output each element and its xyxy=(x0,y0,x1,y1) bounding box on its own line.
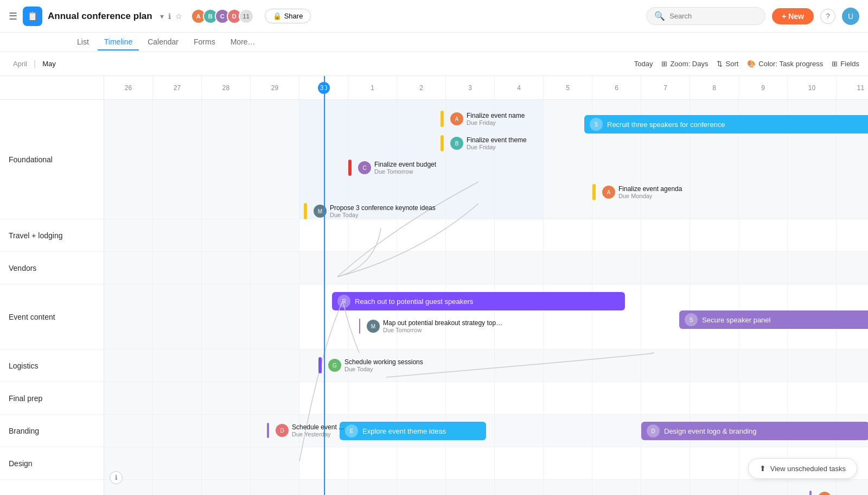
color-icon: 🎨 xyxy=(747,60,756,68)
color-button[interactable]: 🎨 Color: Task progress xyxy=(747,60,823,68)
text-finalize-event-agenda: Finalize event agenda Due Monday xyxy=(618,185,682,199)
avatar-finalize-event-theme: B xyxy=(450,137,463,150)
zoom-icon: ⊞ xyxy=(661,60,667,68)
timeline-grid: 26 27 28 29 30 1 2 3 4 5 6 7 8 9 10 11 xyxy=(104,76,868,495)
text-map-breakout: Map out potential breakout strategy top…… xyxy=(383,319,502,333)
card-finalize-event-agenda: A Finalize event agenda Due Monday xyxy=(599,184,685,200)
toolbar-right: Today ⊞ Zoom: Days ⇅ Sort 🎨 Color: Task … xyxy=(634,60,859,68)
task-secure-speaker[interactable]: S Secure speaker panel xyxy=(679,310,868,329)
task-finalize-event-budget[interactable]: C Finalize event budget Due Tomorrow xyxy=(348,160,439,176)
date-6: 6 xyxy=(592,76,641,99)
sidebar-item-branding: Branding xyxy=(0,415,104,447)
date-1: 1 xyxy=(348,76,397,99)
pin-finalize-event-budget xyxy=(348,160,352,176)
sidebar-item-final-prep: Final prep xyxy=(0,382,104,415)
date-30: 30 xyxy=(299,76,348,99)
date-8: 8 xyxy=(690,76,739,99)
hamburger-icon[interactable]: ☰ xyxy=(9,10,17,22)
toolbar-left: April | May xyxy=(9,59,60,69)
task-map-breakout[interactable]: M Map out potential breakout strategy to… xyxy=(359,318,506,334)
sidebar-item-logistics: Logistics xyxy=(0,350,104,382)
timeline-toolbar: April | May Today ⊞ Zoom: Days ⇅ Sort 🎨 … xyxy=(0,52,868,76)
task-finalize-event-agenda[interactable]: A Finalize event agenda Due Monday xyxy=(592,184,685,200)
unscheduled-tasks-button[interactable]: ⬆ View unscheduled tasks xyxy=(748,458,857,479)
task-finalize-event-name[interactable]: A Finalize event name Due Friday xyxy=(441,111,528,127)
sidebar-item-promotion: Promotion xyxy=(0,480,104,495)
date-2: 2 xyxy=(397,76,446,99)
task-design-logo[interactable]: D Design event logo & branding xyxy=(641,422,868,440)
title-actions: ▾ ℹ ☆ xyxy=(160,12,182,21)
sub-nav: List Timeline Calendar Forms More… xyxy=(0,33,868,52)
card-finalize-event-theme: B Finalize event theme Due Friday xyxy=(447,135,530,151)
tab-forms[interactable]: Forms xyxy=(187,34,222,50)
date-11: 11 xyxy=(837,76,868,99)
today-button[interactable]: Today xyxy=(634,60,653,68)
text-finalize-event-budget: Finalize event budget Due Tomorrow xyxy=(374,161,436,175)
avatar-finalize-event-name: A xyxy=(450,112,463,125)
sidebar-item-vendors: Vendors xyxy=(0,252,104,284)
task-schedule-event[interactable]: D Schedule event ... Due Yesterday xyxy=(267,422,347,439)
star-icon[interactable]: ☆ xyxy=(175,12,182,21)
fields-icon: ⊞ xyxy=(832,60,838,68)
app-icon: 📋 xyxy=(23,7,42,26)
avatar-send-save: A xyxy=(818,492,831,495)
april-label: April xyxy=(9,60,31,68)
date-5: 5 xyxy=(544,76,592,99)
share-button[interactable]: 🔒 Share xyxy=(265,9,311,23)
avatar-reach-out: R xyxy=(337,295,350,308)
task-finalize-event-theme[interactable]: B Finalize event theme Due Friday xyxy=(441,135,530,151)
row-branding: D Schedule event ... Due Yesterday E Exp… xyxy=(104,415,868,447)
search-icon: 🔍 xyxy=(654,11,665,21)
pin-schedule-sessions xyxy=(318,357,322,373)
zoom-button[interactable]: ⊞ Zoom: Days xyxy=(661,60,708,68)
tab-list[interactable]: List xyxy=(71,34,95,50)
search-input[interactable] xyxy=(669,12,756,20)
task-send-save[interactable]: A Send save the da... xyxy=(809,491,868,495)
avatar-design-logo: D xyxy=(647,424,660,437)
fields-button[interactable]: ⊞ Fields xyxy=(832,60,859,68)
lock-icon: 🔒 xyxy=(273,12,282,20)
dropdown-icon[interactable]: ▾ xyxy=(160,12,164,21)
sidebar-header xyxy=(0,76,104,100)
task-explore-theme[interactable]: E Explore event theme ideas xyxy=(340,422,486,440)
avatar-finalize-event-agenda: A xyxy=(602,186,615,199)
avatar-map-breakout: M xyxy=(367,320,380,333)
nav-right: 🔍 + New ? U xyxy=(646,7,859,25)
project-title: Annual conference plan xyxy=(48,11,152,22)
task-reach-out-speakers[interactable]: R Reach out to potential guest speakers xyxy=(332,292,625,310)
sidebar: Foundational Travel + lodging Vendors Ev… xyxy=(0,76,104,495)
row-event-content: R Reach out to potential guest speakers … xyxy=(104,284,868,350)
sidebar-item-design: Design xyxy=(0,447,104,480)
dates-row: 26 27 28 29 30 1 2 3 4 5 6 7 8 9 10 11 xyxy=(104,76,868,100)
user-avatar[interactable]: U xyxy=(842,8,859,25)
date-7: 7 xyxy=(641,76,690,99)
task-schedule-sessions[interactable]: G Schedule working sessions Due Today xyxy=(318,357,426,373)
new-button[interactable]: + New xyxy=(772,8,814,24)
sidebar-item-foundational: Foundational xyxy=(0,100,104,219)
unscheduled-icon: ⬆ xyxy=(760,464,766,473)
sidebar-item-event-content: Event content xyxy=(0,284,104,350)
pin-schedule-event xyxy=(267,423,269,438)
row-travel xyxy=(104,219,868,252)
task-recruit-speakers[interactable]: S Recruit three speakers for conference xyxy=(584,115,868,134)
help-button[interactable]: ? xyxy=(820,9,835,24)
avatar-count[interactable]: 11 xyxy=(239,9,254,24)
pin-map-breakout xyxy=(359,319,360,334)
info-icon[interactable]: ℹ xyxy=(168,12,171,21)
card-send-save: A Send save the da... xyxy=(815,491,868,495)
tab-timeline[interactable]: Timeline xyxy=(98,34,139,50)
timeline-main: Foundational Travel + lodging Vendors Ev… xyxy=(0,76,868,495)
date-4: 4 xyxy=(495,76,544,99)
date-27: 27 xyxy=(153,76,202,99)
team-avatars: A B C D 11 xyxy=(194,9,254,24)
card-schedule-sessions: G Schedule working sessions Due Today xyxy=(325,357,426,373)
info-icon-bottom[interactable]: ℹ xyxy=(110,471,123,484)
text-schedule-event: Schedule event ... Due Yesterday xyxy=(292,423,344,437)
sort-button[interactable]: ⇅ Sort xyxy=(717,60,738,68)
avatar-schedule-event: D xyxy=(276,424,289,437)
pin-finalize-event-name xyxy=(441,111,444,127)
date-3: 3 xyxy=(446,76,495,99)
search-box[interactable]: 🔍 xyxy=(646,7,765,25)
tab-more[interactable]: More… xyxy=(224,34,262,50)
tab-calendar[interactable]: Calendar xyxy=(141,34,185,50)
